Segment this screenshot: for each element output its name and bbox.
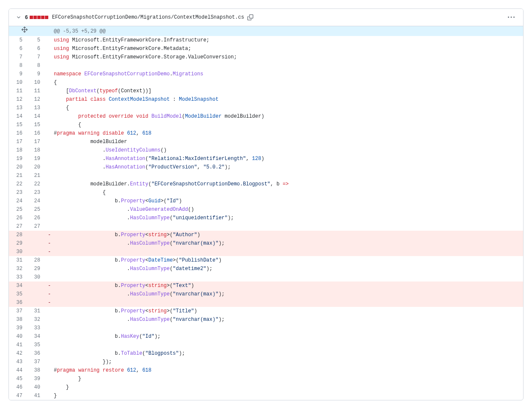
old-line-number[interactable]: 28 bbox=[9, 231, 27, 239]
old-line-number[interactable]: 45 bbox=[9, 375, 27, 383]
new-line-number[interactable]: 19 bbox=[27, 154, 44, 163]
old-line-number[interactable]: 7 bbox=[9, 53, 27, 61]
old-line-number[interactable]: 26 bbox=[9, 214, 27, 222]
old-line-number[interactable]: 41 bbox=[9, 341, 27, 349]
old-line-number[interactable]: 27 bbox=[9, 222, 27, 231]
code-cell: .UseIdentityColumns() bbox=[44, 146, 523, 154]
old-line-number[interactable]: 5 bbox=[9, 36, 27, 44]
code-cell: #pragma warning restore 612, 618 bbox=[44, 366, 523, 375]
diff-line: 34- b.Property<string>("Text") bbox=[9, 281, 523, 290]
old-line-number[interactable]: 11 bbox=[9, 87, 27, 95]
new-line-number[interactable]: 29 bbox=[27, 265, 44, 273]
new-line-number[interactable]: 28 bbox=[27, 256, 44, 265]
old-line-number[interactable]: 35 bbox=[9, 290, 27, 298]
new-line-number[interactable]: 38 bbox=[27, 366, 44, 375]
old-line-number[interactable]: 10 bbox=[9, 78, 27, 87]
file-path[interactable]: EFCoreSnapshotCorruptionDemo/Migrations/… bbox=[52, 14, 244, 20]
new-line-number[interactable]: 27 bbox=[27, 222, 44, 231]
diff-line: 66 using Microsoft.EntityFrameworkCore.M… bbox=[9, 44, 523, 53]
new-line-number[interactable]: 40 bbox=[27, 383, 44, 392]
new-line-number[interactable] bbox=[27, 248, 44, 256]
new-line-number[interactable]: 30 bbox=[27, 273, 44, 281]
new-line-number[interactable]: 36 bbox=[27, 349, 44, 358]
new-line-number[interactable]: 32 bbox=[27, 315, 44, 324]
new-line-number[interactable]: 7 bbox=[27, 53, 44, 61]
old-line-number[interactable]: 9 bbox=[9, 70, 27, 78]
new-line-number[interactable]: 22 bbox=[27, 180, 44, 188]
diff-line: 36- bbox=[9, 298, 523, 307]
new-line-number[interactable]: 21 bbox=[27, 171, 44, 180]
old-line-number[interactable]: 33 bbox=[9, 273, 27, 281]
old-line-number[interactable]: 47 bbox=[9, 392, 27, 400]
old-line-number[interactable]: 39 bbox=[9, 324, 27, 332]
new-line-number[interactable] bbox=[27, 281, 44, 290]
expand-hunk-button[interactable] bbox=[9, 26, 44, 36]
old-line-number[interactable]: 37 bbox=[9, 307, 27, 315]
new-line-number[interactable]: 14 bbox=[27, 112, 44, 121]
new-line-number[interactable]: 16 bbox=[27, 129, 44, 138]
old-line-number[interactable]: 8 bbox=[9, 61, 27, 70]
new-line-number[interactable] bbox=[27, 239, 44, 248]
old-line-number[interactable]: 15 bbox=[9, 121, 27, 129]
old-line-number[interactable]: 34 bbox=[9, 281, 27, 290]
new-line-number[interactable]: 35 bbox=[27, 341, 44, 349]
new-line-number[interactable]: 13 bbox=[27, 104, 44, 112]
new-line-number[interactable]: 17 bbox=[27, 138, 44, 146]
new-line-number[interactable]: 34 bbox=[27, 332, 44, 341]
old-line-number[interactable]: 14 bbox=[9, 112, 27, 121]
old-line-number[interactable]: 22 bbox=[9, 180, 27, 188]
new-line-number[interactable]: 20 bbox=[27, 163, 44, 171]
new-line-number[interactable]: 26 bbox=[27, 214, 44, 222]
new-line-number[interactable]: 5 bbox=[27, 36, 44, 44]
code-cell: .HasColumnType("datetime2"); bbox=[44, 265, 523, 273]
old-line-number[interactable]: 23 bbox=[9, 188, 27, 197]
diff-marker: - bbox=[48, 231, 51, 239]
new-line-number[interactable] bbox=[27, 298, 44, 307]
old-line-number[interactable]: 18 bbox=[9, 146, 27, 154]
old-line-number[interactable]: 36 bbox=[9, 298, 27, 307]
diff-marker: - bbox=[48, 290, 51, 298]
new-line-number[interactable]: 12 bbox=[27, 95, 44, 104]
old-line-number[interactable]: 17 bbox=[9, 138, 27, 146]
new-line-number[interactable]: 9 bbox=[27, 70, 44, 78]
old-line-number[interactable]: 24 bbox=[9, 197, 27, 205]
new-line-number[interactable] bbox=[27, 290, 44, 298]
new-line-number[interactable]: 15 bbox=[27, 121, 44, 129]
old-line-number[interactable]: 44 bbox=[9, 366, 27, 375]
old-line-number[interactable]: 32 bbox=[9, 265, 27, 273]
old-line-number[interactable]: 38 bbox=[9, 315, 27, 324]
old-line-number[interactable]: 13 bbox=[9, 104, 27, 112]
new-line-number[interactable]: 31 bbox=[27, 307, 44, 315]
old-line-number[interactable]: 30 bbox=[9, 248, 27, 256]
new-line-number[interactable]: 33 bbox=[27, 324, 44, 332]
new-line-number[interactable]: 39 bbox=[27, 375, 44, 383]
diff-line: 2424 b.Property<Guid>("Id") bbox=[9, 197, 523, 205]
old-line-number[interactable]: 31 bbox=[9, 256, 27, 265]
new-line-number[interactable]: 25 bbox=[27, 205, 44, 214]
old-line-number[interactable]: 20 bbox=[9, 163, 27, 171]
old-line-number[interactable]: 6 bbox=[9, 44, 27, 53]
old-line-number[interactable]: 42 bbox=[9, 349, 27, 358]
new-line-number[interactable]: 10 bbox=[27, 78, 44, 87]
new-line-number[interactable]: 23 bbox=[27, 188, 44, 197]
old-line-number[interactable]: 46 bbox=[9, 383, 27, 392]
old-line-number[interactable]: 16 bbox=[9, 129, 27, 138]
new-line-number[interactable] bbox=[27, 231, 44, 239]
old-line-number[interactable]: 29 bbox=[9, 239, 27, 248]
old-line-number[interactable]: 21 bbox=[9, 171, 27, 180]
new-line-number[interactable]: 41 bbox=[27, 392, 44, 400]
old-line-number[interactable]: 40 bbox=[9, 332, 27, 341]
new-line-number[interactable]: 24 bbox=[27, 197, 44, 205]
kebab-menu-icon[interactable] bbox=[506, 12, 516, 22]
new-line-number[interactable]: 37 bbox=[27, 358, 44, 366]
chevron-down-icon[interactable] bbox=[16, 14, 22, 20]
old-line-number[interactable]: 25 bbox=[9, 205, 27, 214]
old-line-number[interactable]: 19 bbox=[9, 154, 27, 163]
old-line-number[interactable]: 12 bbox=[9, 95, 27, 104]
new-line-number[interactable]: 11 bbox=[27, 87, 44, 95]
new-line-number[interactable]: 6 bbox=[27, 44, 44, 53]
copy-icon[interactable] bbox=[247, 14, 253, 20]
new-line-number[interactable]: 18 bbox=[27, 146, 44, 154]
new-line-number[interactable]: 8 bbox=[27, 61, 44, 70]
old-line-number[interactable]: 43 bbox=[9, 358, 27, 366]
